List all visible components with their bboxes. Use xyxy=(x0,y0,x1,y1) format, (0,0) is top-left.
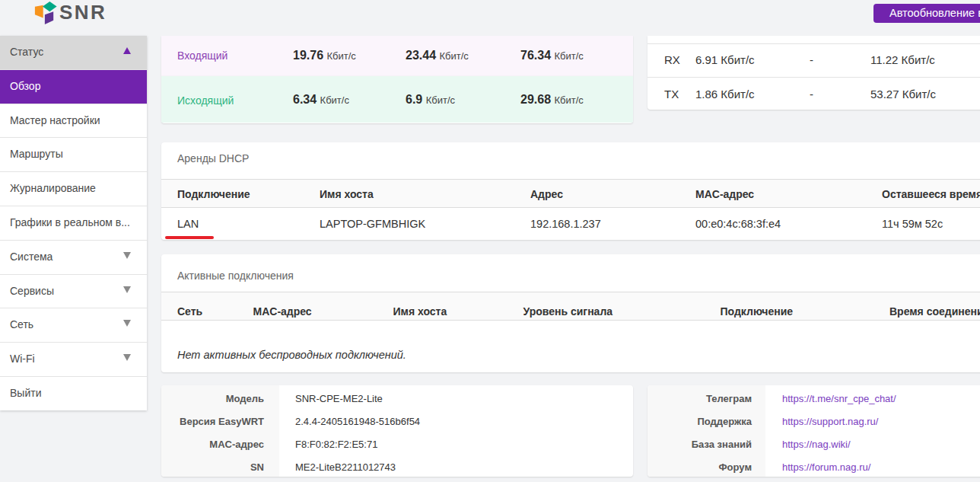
svg-text:SNR: SNR xyxy=(59,1,107,24)
